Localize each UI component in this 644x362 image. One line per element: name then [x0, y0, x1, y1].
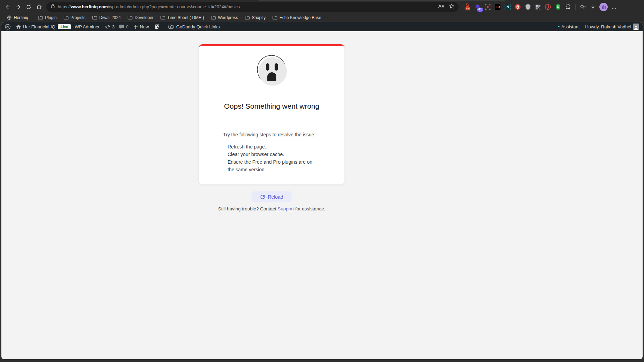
url-path: /wp-admin/admin.php?page=create-course&c…: [108, 4, 240, 9]
bookmark-folder-plugin[interactable]: Plugin: [35, 15, 59, 21]
admin-content: Oops! Something went wrong Try the follo…: [1, 31, 643, 359]
page-frame: Her Financial IQ Live WP Adminer 3 0 New: [1, 22, 643, 359]
reload-button[interactable]: Reload: [251, 191, 292, 202]
forward-button[interactable]: [13, 2, 24, 12]
bookmark-folder-echo-kb[interactable]: Echo Knowledge Base: [270, 15, 324, 21]
bookmark-folder-diwali-2024[interactable]: Diwali 2024: [90, 15, 123, 21]
favorite-star-icon[interactable]: [449, 3, 454, 10]
downloads-icon[interactable]: [589, 3, 596, 10]
plus-icon: [134, 25, 138, 29]
error-step: Refresh the page.: [228, 143, 315, 151]
adblock-hand-extension-icon[interactable]: [514, 3, 521, 10]
my-account-menu[interactable]: Howdy, Rakesh Vadhel: [585, 24, 639, 30]
bookmark-folder-time-sheet[interactable]: Time Sheet ( DMH ): [158, 15, 207, 21]
folder-icon: [160, 16, 165, 20]
folder-icon: [273, 16, 277, 20]
site-home-icon: [16, 24, 21, 29]
browser-toolbar: https://www.herfiniq.com/wp-admin/admin.…: [0, 0, 644, 14]
updates-menu[interactable]: 3: [105, 24, 114, 29]
refresh-button[interactable]: [24, 2, 34, 12]
support-line: Still having trouble? Contact Support fo…: [199, 206, 344, 211]
assistant-status-dot: •: [558, 24, 560, 29]
toolbar-separator: [575, 4, 576, 10]
url-scheme: https://: [58, 4, 71, 9]
bookmarks-separator: [33, 15, 33, 20]
fd-extension-icon[interactable]: FD: [494, 3, 501, 10]
green-shield-extension-icon[interactable]: [554, 3, 561, 10]
lock-icon[interactable]: [50, 4, 55, 10]
folder-icon: [245, 16, 250, 20]
qr-code-extension-icon[interactable]: [534, 3, 541, 10]
seo-extension-icon[interactable]: SSEO: [464, 3, 471, 10]
bookmark-folder-wordpress[interactable]: Wordpress: [208, 15, 241, 21]
error-steps: Refresh the page. Clear your browser cac…: [228, 143, 315, 173]
support-link[interactable]: Support: [277, 206, 294, 211]
bookmark-folder-projects[interactable]: Projects: [61, 15, 88, 21]
godaddy-icon: [168, 24, 174, 29]
folder-icon: [128, 16, 132, 20]
bookmarks-bar: Herfiniq Plugin Projects Diwali 2024 Dev…: [0, 14, 644, 21]
environment-badge: Live: [58, 24, 71, 29]
howdy-text: Howdy, Rakesh Vadhel: [585, 24, 631, 29]
read-aloud-icon[interactable]: [438, 4, 444, 10]
home-button[interactable]: [34, 2, 44, 12]
gray-shield-extension-icon[interactable]: [524, 3, 531, 10]
assistant-menu[interactable]: • Assistant: [558, 24, 580, 29]
purple-diamond-extension-icon[interactable]: 61: [474, 3, 481, 10]
folder-icon: [211, 16, 216, 20]
bookmark-folder-developer[interactable]: Developer: [125, 15, 156, 21]
error-step: Clear your browser cache.: [228, 151, 315, 158]
folder-icon: [92, 16, 97, 20]
back-button[interactable]: [3, 2, 13, 12]
wp-logo-menu[interactable]: [5, 24, 11, 30]
shocked-face-icon: [256, 55, 288, 88]
bookmark-herfiniq[interactable]: Herfiniq: [4, 15, 31, 21]
new-content-menu[interactable]: New: [134, 24, 149, 29]
updates-icon: [105, 24, 110, 29]
extensions-puzzle-icon[interactable]: [564, 3, 571, 10]
wp-admin-bar: Her Financial IQ Live WP Adminer 3 0 New: [1, 22, 643, 31]
comment-count: 0: [126, 24, 128, 29]
site-menu[interactable]: Her Financial IQ: [16, 24, 55, 29]
extensions-row: SSEO 61 FD N: [464, 3, 617, 11]
extension-badge: 61: [477, 8, 483, 12]
back-arrow-icon: [5, 4, 11, 10]
update-count: 3: [112, 24, 114, 29]
more-menu-icon[interactable]: …: [611, 4, 617, 10]
address-bar[interactable]: https://www.herfiniq.com/wp-admin/admin.…: [46, 2, 459, 12]
user-avatar: [633, 24, 639, 30]
godaddy-quick-links-menu[interactable]: GoDaddy Quick Links: [168, 24, 220, 29]
home-icon: [36, 4, 42, 10]
profile-avatar[interactable]: [599, 3, 608, 11]
active-tab-sliver: [259, 0, 505, 1]
browser-window: https://www.herfiniq.com/wp-admin/admin.…: [0, 0, 644, 362]
wordpress-logo-icon: [5, 24, 11, 30]
error-intro: Try the following steps to resolve the i…: [223, 132, 315, 137]
screenshot-extension-icon[interactable]: [484, 3, 491, 10]
herfiniq-favicon: [7, 15, 12, 20]
notion-clipper-extension-icon[interactable]: N: [504, 3, 511, 10]
refresh-icon: [26, 4, 32, 10]
error-step: Ensure the Free and Pro plugins are on t…: [228, 158, 315, 173]
yoast-seo-menu[interactable]: [155, 24, 160, 30]
url-text: https://www.herfiniq.com/wp-admin/admin.…: [58, 4, 434, 9]
collections-icon[interactable]: [579, 3, 586, 10]
comments-menu[interactable]: 0: [119, 24, 128, 29]
j-extension-icon[interactable]: [544, 3, 551, 10]
site-name: Her Financial IQ: [23, 24, 55, 29]
folder-icon: [64, 16, 68, 20]
forward-arrow-icon: [15, 4, 21, 10]
folder-icon: [38, 16, 43, 20]
reload-icon: [260, 194, 265, 200]
wp-adminer-menu[interactable]: WP Adminer: [75, 24, 100, 29]
url-host: www.herfiniq.com: [71, 4, 108, 9]
yoast-seo-icon: [155, 24, 160, 30]
error-card: Oops! Something went wrong Try the follo…: [199, 44, 344, 184]
comments-icon: [119, 25, 124, 29]
bookmark-folder-shopify[interactable]: Shopify: [242, 15, 268, 21]
error-title: Oops! Something went wrong: [199, 102, 344, 110]
